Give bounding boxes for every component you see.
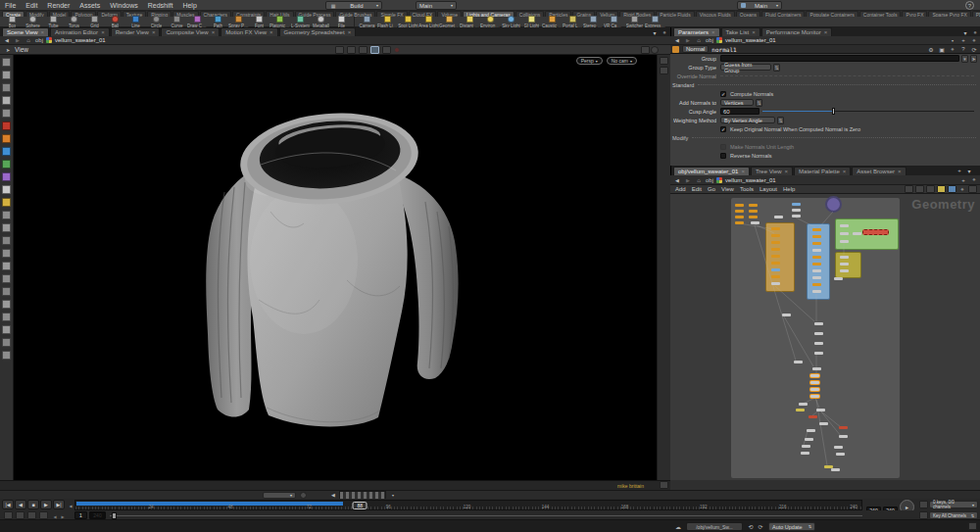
radial-menu-selector[interactable]: Main ▾ <box>416 1 457 10</box>
add-normals-to-dropdown[interactable]: Vertices <box>720 99 754 106</box>
pane-tab[interactable]: Parameters × <box>673 27 720 36</box>
viewport-tool-icon[interactable] <box>2 223 11 232</box>
forward-icon[interactable]: ▶ <box>684 176 692 184</box>
group-type-dropdown[interactable]: Guess from Group <box>720 64 771 71</box>
forward-icon[interactable]: ▶ <box>14 36 22 44</box>
network-node[interactable] <box>840 269 849 272</box>
group-type-spinner[interactable]: ⇅ <box>773 64 780 72</box>
shelf-tool[interactable]: Sky Light <box>501 16 521 28</box>
home-icon[interactable]: ⌂ <box>695 176 703 184</box>
close-icon[interactable]: × <box>843 169 847 174</box>
network-node[interactable] <box>834 277 843 280</box>
message-log-icon[interactable]: ☁ <box>674 522 682 530</box>
network-node[interactable] <box>840 224 849 227</box>
pane-tab[interactable]: obj/vellum_sweater_01 × <box>673 167 750 175</box>
home-icon[interactable]: ⌂ <box>24 36 32 44</box>
pane-tab[interactable]: Performance Monitor × <box>761 27 833 36</box>
shelf-tool[interactable]: Geometry Light <box>439 16 460 28</box>
close-icon[interactable]: × <box>348 29 352 35</box>
viewport-tool-icon[interactable] <box>2 236 11 245</box>
close-icon[interactable]: × <box>741 169 745 174</box>
network-menu-item[interactable]: Layout <box>757 186 780 192</box>
help-icon[interactable]: ? <box>959 45 967 53</box>
corner-grid-icon[interactable] <box>968 522 977 530</box>
shelf-tool[interactable]: Switcher <box>624 16 645 28</box>
network-node[interactable] <box>812 256 821 259</box>
network-node[interactable] <box>810 374 819 377</box>
transport-button[interactable]: ◀ <box>15 500 26 509</box>
viewport-canvas[interactable]: Persp ▾ No cam ▾ <box>14 55 657 480</box>
path-root[interactable]: obj <box>35 37 43 43</box>
shelf-tool[interactable]: Tube <box>43 16 64 28</box>
record-icon[interactable] <box>394 47 400 53</box>
home-icon[interactable]: ⌂ <box>695 36 703 44</box>
keys-summary-dropdown[interactable]: 0 keys, 0/0 channels ▾ <box>929 501 978 508</box>
select-components-icon[interactable] <box>359 46 368 54</box>
network-node[interactable] <box>812 235 821 238</box>
shelf-tool[interactable]: Area Light <box>418 16 439 28</box>
viewport-tool-icon[interactable] <box>2 96 11 105</box>
shelf-tool[interactable]: Stereo Camera <box>583 16 604 28</box>
pane-tab[interactable]: Take List × <box>721 27 760 36</box>
pin-icon[interactable]: ▾ <box>949 36 956 44</box>
network-node[interactable] <box>812 249 821 252</box>
viewport-tool-icon[interactable] <box>2 211 11 219</box>
net-tools-icon[interactable] <box>905 185 913 193</box>
transport-button[interactable]: ■ <box>27 500 39 509</box>
snap-icon[interactable] <box>370 46 379 54</box>
pane-tab[interactable]: Composite View × <box>161 27 220 36</box>
plus-icon[interactable]: + <box>959 36 967 44</box>
viewport-tool-icon[interactable] <box>2 313 11 321</box>
camera-pill[interactable]: No cam ▾ <box>607 57 637 65</box>
menu-item[interactable]: Render <box>42 2 74 9</box>
audio-icon[interactable] <box>16 511 24 519</box>
search-icon[interactable]: ⌖ <box>949 45 956 53</box>
network-node[interactable] <box>771 227 780 230</box>
pane-menu-icon[interactable]: ▾ <box>965 167 973 174</box>
cusp-angle-field[interactable]: 60 <box>720 108 760 115</box>
display-options-icon[interactable] <box>660 57 668 65</box>
network-node[interactable] <box>771 262 780 265</box>
network-node[interactable] <box>792 203 801 206</box>
pane-tab[interactable]: Geometry Spreadsheet × <box>279 27 357 36</box>
cusp-angle-slider[interactable] <box>762 108 974 115</box>
shelf-tool[interactable]: VR Camera <box>604 16 624 28</box>
transport-button[interactable]: ▶ <box>40 500 52 509</box>
help-button[interactable]: ? <box>965 1 974 10</box>
close-icon[interactable]: × <box>785 169 789 174</box>
key-all-dropdown[interactable]: Key All Channels ⇅ <box>929 511 978 519</box>
desktop-selector[interactable]: ▦ Build ▾ <box>325 1 382 10</box>
autokey-icon[interactable] <box>4 511 13 519</box>
shelf-tool[interactable]: Sphere <box>23 16 43 28</box>
playhead[interactable]: 88 <box>353 502 368 509</box>
playback-gear-icon[interactable] <box>300 492 307 499</box>
viewport-tool-icon[interactable] <box>2 287 11 296</box>
range-end-icon[interactable]: ▶ <box>59 512 67 520</box>
pane-tab[interactable]: Material Palette × <box>794 167 851 175</box>
pane-tab[interactable]: Animation Editor × <box>50 27 110 36</box>
viewport-tool-icon[interactable] <box>2 300 11 309</box>
path-node[interactable]: vellum_sweater_01 <box>55 37 106 43</box>
viewport-tool-icon[interactable] <box>2 198 11 207</box>
network-node[interactable] <box>774 216 783 218</box>
network-node[interactable] <box>840 240 849 243</box>
network-node[interactable] <box>812 283 821 286</box>
grid-snap-icon[interactable] <box>382 46 391 54</box>
plus-icon[interactable]: + <box>959 176 967 184</box>
network-node[interactable] <box>801 452 809 455</box>
stow-icon[interactable] <box>660 67 668 74</box>
net-color-icon[interactable] <box>968 185 977 193</box>
select-arrow-icon[interactable]: ➤ <box>4 46 12 54</box>
viewport-tool-icon[interactable] <box>2 109 11 118</box>
close-icon[interactable]: × <box>152 29 156 35</box>
shelf-tool[interactable]: Caustic Light <box>542 16 563 28</box>
network-node[interactable] <box>814 342 823 345</box>
pane-dot-icon[interactable]: ● <box>971 28 979 36</box>
network-node[interactable] <box>792 209 801 212</box>
cycle-icon[interactable]: ⟳ <box>970 45 978 53</box>
take-selector[interactable]: Main ▾ <box>737 1 782 10</box>
net-grid-icon[interactable] <box>937 185 946 193</box>
network-menu-item[interactable]: Edit <box>689 186 705 192</box>
close-icon[interactable]: × <box>101 29 105 35</box>
shelf-tool[interactable]: L-System <box>290 16 311 28</box>
